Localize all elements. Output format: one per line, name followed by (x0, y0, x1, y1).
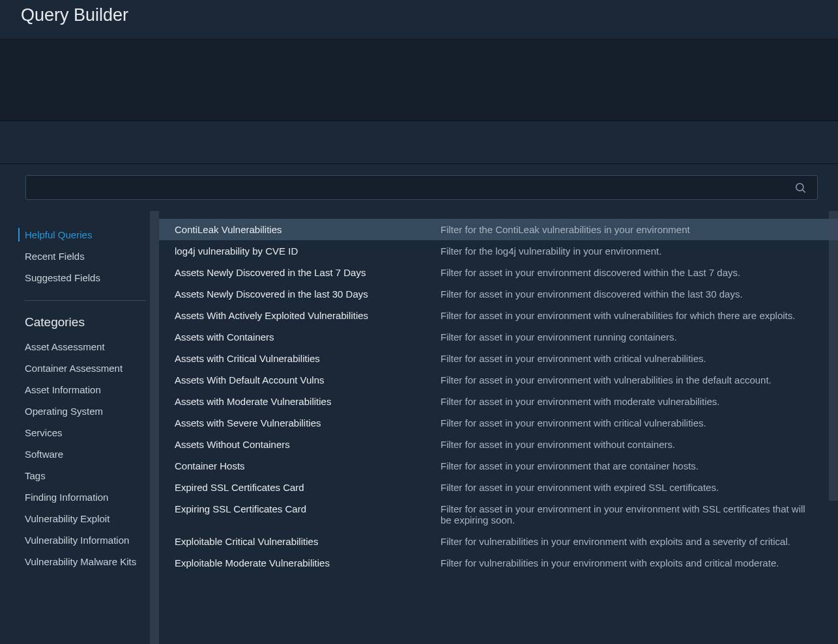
sidebar-item-label: Helpful Queries (25, 229, 92, 240)
query-desc: Filter for vulnerabilities in your envir… (441, 536, 818, 547)
sidebar-item-label: Vulnerability Exploit (25, 513, 109, 524)
query-row[interactable]: Assets With Actively Exploited Vulnerabi… (159, 305, 838, 326)
query-name: Assets with Moderate Vulnerabilities (175, 396, 441, 407)
sidebar-item-vulnerability-information[interactable]: Vulnerability Information (25, 529, 146, 551)
query-row[interactable]: Assets with Critical VulnerabilitiesFilt… (159, 348, 838, 369)
query-name: log4j vulnerability by CVE ID (175, 245, 441, 257)
sidebar-item-label: Asset Information (25, 384, 101, 395)
query-name: Exploitable Moderate Vulnerabilities (175, 557, 441, 568)
query-row[interactable]: Assets with Severe VulnerabilitiesFilter… (159, 412, 838, 434)
content: ContiLeak VulnerabilitiesFilter for the … (159, 211, 838, 644)
sidebar-item-label: Services (25, 427, 63, 438)
sidebar-item-services[interactable]: Services (25, 422, 146, 443)
query-name: Assets Without Containers (175, 439, 441, 450)
spacer-dark (0, 38, 838, 120)
sidebar-divider (25, 300, 146, 301)
query-row[interactable]: Assets with Moderate VulnerabilitiesFilt… (159, 391, 838, 412)
query-list: ContiLeak VulnerabilitiesFilter for the … (159, 219, 838, 574)
query-name: Expiring SSL Certificates Card (175, 503, 441, 514)
sidebar-item-label: Suggested Fields (25, 272, 100, 283)
query-row[interactable]: Exploitable Critical VulnerabilitiesFilt… (159, 531, 838, 552)
sidebar: Helpful Queries Recent Fields Suggested … (0, 211, 159, 644)
sidebar-item-vulnerability-malware-kits[interactable]: Vulnerability Malware Kits (25, 551, 146, 572)
sidebar-nav: Helpful Queries Recent Fields Suggested … (0, 224, 159, 572)
query-name: Assets With Actively Exploited Vulnerabi… (175, 310, 441, 321)
query-desc: Filter for asset in your environment tha… (441, 460, 818, 471)
sidebar-item-asset-assessment[interactable]: Asset Assessment (25, 336, 146, 357)
query-row[interactable]: Assets With Default Account VulnsFilter … (159, 369, 838, 391)
sidebar-item-vulnerability-exploit[interactable]: Vulnerability Exploit (25, 508, 146, 529)
query-desc: Filter for asset in your environment wit… (441, 439, 818, 450)
sidebar-item-label: Container Assessment (25, 363, 123, 374)
query-row[interactable]: Assets Newly Discovered in the last 30 D… (159, 283, 838, 305)
query-row[interactable]: Assets with ContainersFilter for asset i… (159, 326, 838, 348)
query-name: Assets Newly Discovered in the Last 7 Da… (175, 267, 441, 278)
query-desc: Filter for the log4j vulnerability in yo… (441, 245, 818, 257)
sidebar-item-suggested-fields[interactable]: Suggested Fields (25, 267, 146, 288)
header: Query Builder (0, 0, 838, 38)
sidebar-item-software[interactable]: Software (25, 443, 146, 465)
query-desc: Filter for asset in your environment wit… (441, 482, 818, 493)
query-desc: Filter for asset in your environment dis… (441, 267, 818, 278)
sidebar-item-label: Finding Information (25, 492, 108, 503)
query-row[interactable]: Assets Newly Discovered in the Last 7 Da… (159, 262, 838, 283)
query-row[interactable]: Assets Without ContainersFilter for asse… (159, 434, 838, 455)
spacer-mid (0, 120, 838, 164)
sidebar-item-asset-information[interactable]: Asset Information (25, 379, 146, 400)
query-desc: Filter for asset in your environment run… (441, 331, 818, 343)
sidebar-item-tags[interactable]: Tags (25, 465, 146, 486)
query-desc: Filter for asset in your environment dis… (441, 288, 818, 300)
sidebar-item-finding-information[interactable]: Finding Information (25, 486, 146, 508)
query-name: Exploitable Critical Vulnerabilities (175, 536, 441, 547)
query-name: Assets with Containers (175, 331, 441, 343)
query-row[interactable]: Container HostsFilter for asset in your … (159, 455, 838, 477)
sidebar-item-label: Asset Assessment (25, 341, 105, 352)
sidebar-scrollbar[interactable] (150, 211, 159, 644)
query-desc: Filter for asset in your environment in … (441, 503, 818, 525)
sidebar-item-label: Operating System (25, 406, 103, 417)
sidebar-item-label: Software (25, 449, 63, 460)
sidebar-item-helpful-queries[interactable]: Helpful Queries (25, 224, 146, 245)
query-desc: Filter for vulnerabilities in your envir… (441, 557, 818, 568)
sidebar-item-label: Vulnerability Information (25, 535, 129, 546)
query-name: Assets With Default Account Vulns (175, 374, 441, 385)
sidebar-item-label: Recent Fields (25, 251, 85, 262)
query-name: Assets with Critical Vulnerabilities (175, 353, 441, 364)
query-desc: Filter for asset in your environment wit… (441, 417, 818, 428)
query-row[interactable]: ContiLeak VulnerabilitiesFilter for the … (159, 219, 838, 240)
query-row[interactable]: Expired SSL Certificates CardFilter for … (159, 477, 838, 498)
query-name: Expired SSL Certificates Card (175, 482, 441, 493)
query-name: ContiLeak Vulnerabilities (175, 224, 441, 235)
sidebar-item-recent-fields[interactable]: Recent Fields (25, 245, 146, 267)
query-desc: Filter for asset in your environment wit… (441, 374, 818, 385)
query-desc: Filter for asset in your environment wit… (441, 353, 818, 364)
query-row[interactable]: Expiring SSL Certificates CardFilter for… (159, 498, 838, 531)
search-row (0, 164, 838, 211)
sidebar-item-label: Tags (25, 470, 46, 481)
query-row[interactable]: log4j vulnerability by CVE IDFilter for … (159, 240, 838, 262)
svg-line-1 (803, 189, 805, 192)
query-name: Assets Newly Discovered in the last 30 D… (175, 288, 441, 300)
query-name: Assets with Severe Vulnerabilities (175, 417, 441, 428)
search-icon[interactable] (794, 182, 815, 194)
main-area: Helpful Queries Recent Fields Suggested … (0, 211, 838, 644)
categories-heading: Categories (25, 313, 146, 336)
sidebar-item-label: Vulnerability Malware Kits (25, 556, 136, 567)
query-row[interactable]: Exploitable Moderate VulnerabilitiesFilt… (159, 552, 838, 574)
query-desc: Filter for asset in your environment wit… (441, 396, 818, 407)
page-title: Query Builder (21, 5, 817, 25)
sidebar-item-operating-system[interactable]: Operating System (25, 400, 146, 422)
sidebar-item-container-assessment[interactable]: Container Assessment (25, 357, 146, 379)
query-name: Container Hosts (175, 460, 441, 471)
query-desc: Filter for asset in your environment wit… (441, 310, 818, 321)
svg-point-0 (796, 183, 803, 190)
query-desc: Filter for the ContiLeak vulnerabilities… (441, 224, 818, 235)
content-scrollbar[interactable] (829, 211, 838, 501)
search-input[interactable] (25, 175, 818, 200)
